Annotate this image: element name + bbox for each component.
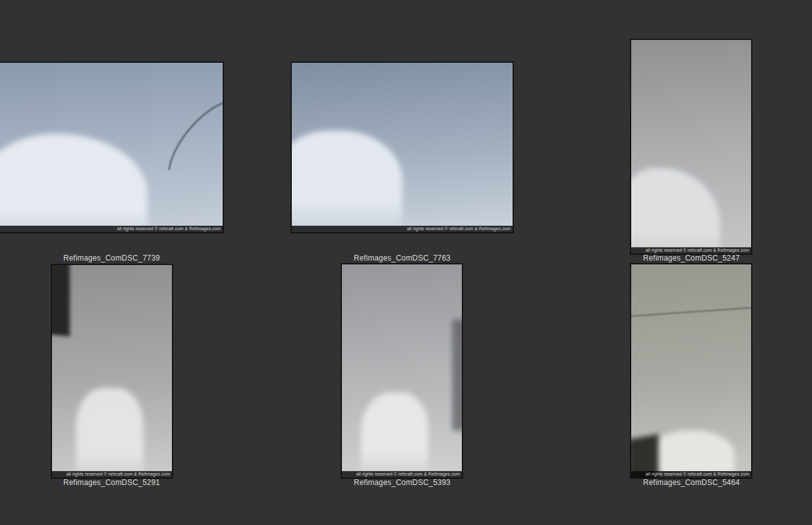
copyright-bar: all rights reserved © refcraft.com & Ref… (292, 226, 513, 232)
thumbnail-label: Refimages_ComDSC_5393 (301, 479, 504, 487)
thumbnail-7739[interactable]: all rights reserved © refcraft.com & Ref… (0, 62, 224, 233)
thumbnail-label: Refimages_ComDSC_7763 (301, 254, 504, 262)
copyright-text: all rights reserved © refcraft.com & Ref… (117, 226, 221, 231)
copyright-bar: all rights reserved © refcraft.com & Ref… (631, 471, 751, 477)
draped-fabric-shape (76, 388, 143, 479)
thumbnail-5291[interactable]: all rights reserved © refcraft.com & Ref… (51, 264, 173, 479)
copyright-bar: all rights reserved © refcraft.com & Ref… (52, 471, 172, 477)
copyright-bar: all rights reserved © refcraft.com & Ref… (0, 226, 223, 232)
thumbnail-5393[interactable]: all rights reserved © refcraft.com & Ref… (341, 263, 463, 479)
light-flag-shape (452, 320, 463, 431)
copyright-bar: all rights reserved © refcraft.com & Ref… (342, 471, 462, 477)
thumbnail-label: Refimages_ComDSC_7739 (10, 254, 213, 262)
copyright-text: all rights reserved © refcraft.com & Ref… (67, 472, 170, 476)
thumbnail-label: Refimages_ComDSC_5464 (590, 479, 793, 487)
reference-board-canvas[interactable]: all rights reserved © refcraft.com & Ref… (0, 0, 812, 525)
draped-fabric-shape (361, 392, 428, 477)
thumbnail-5247[interactable]: all rights reserved © refcraft.com & Ref… (630, 39, 752, 255)
thumbnail-7763[interactable]: all rights reserved © refcraft.com & Ref… (291, 62, 514, 233)
light-flag-shape (51, 264, 70, 336)
copyright-bar: all rights reserved © refcraft.com & Ref… (631, 247, 751, 254)
thumbnail-label: Refimages_ComDSC_5247 (590, 254, 793, 262)
copyright-text: all rights reserved © refcraft.com & Ref… (646, 248, 749, 252)
copyright-text: all rights reserved © refcraft.com & Ref… (646, 472, 749, 476)
thumbnail-5464[interactable]: all rights reserved © refcraft.com & Ref… (630, 263, 752, 479)
copyright-text: all rights reserved © refcraft.com & Ref… (357, 472, 460, 476)
thumbnail-label: Refimages_ComDSC_5291 (10, 479, 213, 487)
copyright-text: all rights reserved © refcraft.com & Ref… (407, 226, 511, 231)
